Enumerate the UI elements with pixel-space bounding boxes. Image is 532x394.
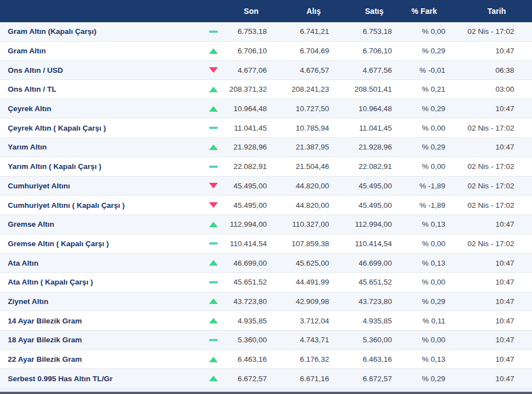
table-row[interactable]: Gram Altın (Kapalı Çarşı) 6.753,18 6.741… — [0, 22, 532, 42]
table-row[interactable]: Cumhuriyet Altını 45.495,00 44.820,00 45… — [0, 177, 532, 196]
son-value: 45.495,00 — [225, 182, 267, 190]
trend-flat-icon — [209, 339, 218, 341]
table-row[interactable]: Ziynet Altın 43.723,80 42.909,98 43.723,… — [0, 292, 532, 312]
trend-cell — [202, 42, 225, 61]
instrument-name: Serbest 0.995 Has Altın TL/Gr — [0, 375, 202, 383]
alis-value: 6.671,16 — [267, 375, 329, 383]
trend-up-icon — [209, 318, 218, 323]
instrument-name: Çeyrek Altın — [0, 104, 202, 113]
table-row[interactable]: Ata Altın 46.699,00 45.625,00 46.699,00 … — [0, 253, 532, 273]
tarih-value: 10:47 — [445, 375, 514, 383]
son-value: 11.041,45 — [225, 124, 267, 132]
table-row[interactable]: 22 Ayar Bilezik Gram 6.463,16 6.176,32 6… — [0, 350, 532, 370]
son-value: 43.723,80 — [225, 297, 267, 306]
table-row[interactable]: Ata Altın ( Kapalı Çarşı ) 45.651,52 44.… — [0, 273, 532, 292]
son-value: 10.964,48 — [225, 104, 267, 113]
trend-down-icon — [209, 202, 218, 208]
trend-cell — [202, 80, 225, 99]
instrument-name: Ons Altın / USD — [0, 66, 202, 74]
fark-value: % 0,00 — [392, 162, 445, 171]
son-value: 110.414,54 — [225, 240, 267, 248]
alis-value: 3.712,04 — [267, 317, 329, 325]
tarih-value: 10:47 — [445, 220, 514, 228]
trend-up-icon — [209, 48, 218, 54]
fark-value: % 0,29 — [392, 104, 445, 113]
table-row[interactable]: 18 Ayar Bilezik Gram 5.360,00 4.743,71 5… — [0, 331, 532, 350]
satis-value: 4.677,56 — [329, 66, 392, 74]
trend-cell — [202, 350, 225, 369]
instrument-name: Gram Altın (Kapalı Çarşı) — [0, 27, 202, 36]
son-value: 22.082,91 — [225, 162, 267, 171]
trend-down-icon — [209, 67, 218, 73]
alis-value: 6.704,69 — [267, 47, 329, 55]
trend-flat-icon — [209, 166, 218, 168]
table-row[interactable]: Cumhuriyet Altını ( Kapalı Çarşı ) 45.49… — [0, 196, 532, 215]
header-fark: % Fark — [392, 7, 445, 16]
instrument-name: Ziynet Altın — [0, 297, 202, 306]
trend-up-icon — [209, 106, 218, 112]
alis-value: 44.820,00 — [267, 201, 329, 210]
table-row[interactable]: Gremse Altın ( Kapalı Çarşı ) 110.414,54… — [0, 235, 532, 254]
trend-cell — [202, 273, 225, 292]
table-row[interactable]: Çeyrek Altın ( Kapalı Çarşı ) 11.041,45 … — [0, 118, 532, 138]
fark-value: % 0,21 — [392, 85, 445, 93]
tarih-value: 02 Nis - 17:02 — [445, 27, 514, 36]
fark-value: % 0,13 — [392, 220, 445, 228]
fark-value: % -0,01 — [392, 66, 445, 74]
tarih-value: 02 Nis - 17:02 — [445, 182, 514, 190]
tarih-value: 10:47 — [445, 355, 514, 363]
satis-value: 45.495,00 — [329, 201, 392, 210]
satis-value: 21.928,96 — [329, 143, 392, 151]
satis-value: 110.414,54 — [329, 240, 392, 248]
satis-value: 208.501,41 — [329, 85, 392, 93]
satis-value: 112.994,00 — [329, 220, 392, 228]
satis-value: 10.964,48 — [329, 104, 392, 113]
trend-cell — [202, 138, 225, 157]
trend-up-icon — [209, 87, 218, 92]
trend-flat-icon — [209, 242, 218, 245]
son-value: 6.463,16 — [225, 355, 267, 363]
header-tarih: Tarih — [445, 7, 514, 16]
trend-flat-icon — [209, 281, 218, 283]
instrument-name: Gremse Altın ( Kapalı Çarşı ) — [0, 240, 202, 248]
table-row[interactable]: Çeyrek Altın 10.964,48 10.727,50 10.964,… — [0, 99, 532, 119]
trend-up-icon — [209, 222, 218, 227]
son-value: 6.672,57 — [225, 375, 267, 383]
son-value: 112.994,00 — [225, 220, 267, 228]
table-row[interactable]: Yarım Altın ( Kapalı Çarşı ) 22.082,91 2… — [0, 157, 532, 177]
satis-value: 6.753,18 — [329, 27, 392, 36]
alis-value: 6.741,21 — [267, 27, 329, 36]
table-row[interactable]: Gremse Altın 112.994,00 110.327,00 112.9… — [0, 215, 532, 235]
fark-value: % 0,13 — [392, 259, 445, 267]
table-row[interactable]: Ons Altın / USD 4.677,06 4.676,57 4.677,… — [0, 61, 532, 80]
trend-cell — [202, 235, 225, 253]
tarih-value: 10:47 — [445, 259, 514, 267]
table-row[interactable]: Ons Altın / TL 208.371,32 208.241,23 208… — [0, 80, 532, 99]
satis-value: 5.360,00 — [329, 336, 392, 344]
trend-cell — [202, 157, 225, 176]
tarih-value: 10:47 — [445, 104, 514, 113]
header-alis: Alış — [267, 7, 329, 16]
table-row[interactable]: Yarım Altın 21.928,96 21.387,95 21.928,9… — [0, 138, 532, 157]
fark-value: % 0,29 — [392, 143, 445, 151]
trend-cell — [202, 61, 225, 79]
alis-value: 4.743,71 — [267, 336, 329, 344]
alis-value: 110.327,00 — [267, 220, 329, 228]
son-value: 45.651,52 — [225, 278, 267, 286]
trend-up-icon — [209, 376, 218, 381]
son-value: 6.753,18 — [225, 27, 267, 36]
tarih-value: 06:38 — [445, 66, 514, 74]
instrument-name: 22 Ayar Bilezik Gram — [0, 355, 202, 363]
table-row[interactable]: 14 Ayar Bilezik Gram 4.935,85 3.712,04 4… — [0, 311, 532, 331]
tarih-value: 10:47 — [445, 317, 514, 325]
fark-value: % 0,00 — [392, 278, 445, 286]
fark-value: % 0,00 — [392, 27, 445, 36]
table-header: Son Alış Satış % Fark Tarih — [0, 0, 532, 22]
satis-value: 45.495,00 — [329, 182, 392, 190]
fark-value: % 0,29 — [392, 47, 445, 55]
alis-value: 107.859,38 — [267, 240, 329, 248]
satis-value: 6.706,10 — [329, 47, 392, 55]
fark-value: % -1,89 — [392, 201, 445, 210]
table-row[interactable]: Gram Altın 6.706,10 6.704,69 6.706,10 % … — [0, 42, 532, 61]
table-row[interactable]: Serbest 0.995 Has Altın TL/Gr 6.672,57 6… — [0, 369, 532, 388]
